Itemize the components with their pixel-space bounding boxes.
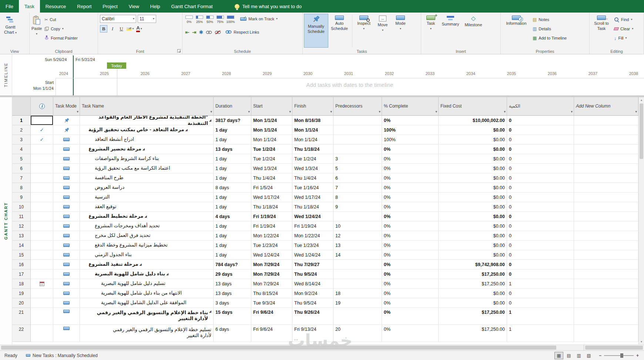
fixed-cost-cell[interactable]: $0.00 <box>439 241 507 250</box>
scroll-to-task-button[interactable]: → Scroll to Task <box>591 14 612 48</box>
fixed-cost-cell[interactable]: $17,250.00 <box>439 325 507 342</box>
predecessors-cell[interactable] <box>333 212 382 221</box>
tell-me-box[interactable]: Tell me what you want to do <box>229 0 307 13</box>
row-number-cell[interactable]: 12 <box>12 221 31 231</box>
column-header-start[interactable]: Start▾ <box>251 97 292 116</box>
view-switch-usage-button[interactable]: ▤ <box>564 352 573 359</box>
quantity-cell[interactable]: 0 <box>507 269 574 279</box>
start-date-cell[interactable]: Fri 9/6/24 <box>251 308 292 325</box>
task-name-cell[interactable]: بناء الجدول الزمني <box>80 250 214 260</box>
manually-schedule-button[interactable]: Manually Schedule <box>304 14 328 48</box>
underline-button[interactable]: U <box>118 25 125 33</box>
percent-complete-cell[interactable]: 100% <box>382 125 439 135</box>
info-indicator-cell[interactable] <box>31 279 53 289</box>
fixed-cost-cell[interactable]: $0.00 <box>439 164 507 173</box>
task-name-cell[interactable]: بناء خطة الإعلام والتسويق الرقمي والغير … <box>80 308 214 325</box>
task-name-cell[interactable]: تخطيط ميزانية المشروع وخطة الدفع <box>80 241 214 250</box>
percent-complete-button-50[interactable]: 50% <box>205 15 215 24</box>
start-date-cell[interactable]: Mon 7/29/24 <box>251 279 292 289</box>
add-new-column-cell[interactable] <box>574 269 638 279</box>
duration-cell[interactable]: 1 day <box>214 164 251 173</box>
add-new-column-cell[interactable] <box>574 279 638 289</box>
inspect-button[interactable]: Inspect ▾ <box>354 14 374 48</box>
task-mode-cell[interactable] <box>53 154 80 164</box>
split-task-icon[interactable]: ✱ <box>199 30 203 35</box>
outdent-task-icon[interactable]: ⇤ <box>185 30 189 35</box>
scroll-up-icon[interactable]: ▴ <box>639 97 644 103</box>
finish-date-cell[interactable]: Fri 1/19/24 <box>292 221 333 231</box>
percent-complete-button-100[interactable]: 100% <box>226 15 235 24</box>
start-date-cell[interactable]: Mon 1/22/24 <box>251 231 292 241</box>
menu-tab-project[interactable]: Project <box>97 0 123 13</box>
zoom-slider-thumb[interactable] <box>620 353 623 358</box>
quantity-cell[interactable]: 0 <box>507 221 574 231</box>
predecessors-cell[interactable]: 10 <box>333 221 382 231</box>
column-header-dur[interactable]: Duration▾ <box>214 97 251 116</box>
duration-cell[interactable]: 1 day <box>214 125 251 135</box>
predecessors-cell[interactable]: 12 <box>333 231 382 241</box>
filter-arrow-icon[interactable]: ▾ <box>77 110 78 113</box>
summary-collapse-icon[interactable]: ◢ <box>209 310 211 313</box>
percent-complete-cell[interactable]: 0% <box>382 116 439 125</box>
info-indicator-cell[interactable] <box>31 250 53 260</box>
task-name-cell[interactable]: الانتهاء من بناء دليل شامل للهوية البصري… <box>80 289 214 298</box>
info-indicator-cell[interactable] <box>31 308 53 325</box>
info-indicator-cell[interactable] <box>31 212 53 221</box>
fixed-cost-cell[interactable]: $17,250.00 <box>439 279 507 289</box>
column-header-add[interactable]: Add New Column▾ <box>574 97 638 116</box>
predecessors-cell[interactable] <box>333 135 382 145</box>
percent-complete-cell[interactable]: 0% <box>382 164 439 173</box>
predecessors-cell[interactable]: 5 <box>333 164 382 173</box>
fixed-cost-cell[interactable]: $0.00 <box>439 183 507 193</box>
row-number-cell[interactable]: 7 <box>12 173 31 183</box>
filter-arrow-icon[interactable]: ▾ <box>504 110 506 113</box>
add-to-timeline-button[interactable]: ▦Add to Timeline <box>531 34 568 42</box>
summary-collapse-icon[interactable]: ◢ <box>144 215 147 218</box>
find-button[interactable]: Find ▾ <box>612 16 635 24</box>
start-date-cell[interactable]: Mon 7/29/24 <box>251 260 292 269</box>
predecessors-cell[interactable]: 13 <box>333 241 382 250</box>
finish-date-cell[interactable]: Thu 9/5/24 <box>292 298 333 308</box>
start-date-cell[interactable]: Tue 9/3/24 <box>251 298 292 308</box>
add-new-column-cell[interactable] <box>574 164 638 173</box>
quantity-cell[interactable]: 0 <box>507 250 574 260</box>
task-mode-cell[interactable] <box>53 260 80 269</box>
row-number-cell[interactable]: 22 <box>12 325 31 342</box>
insert-milestone-button[interactable]: ◇ Milestone <box>462 14 485 48</box>
task-mode-cell[interactable] <box>53 289 80 298</box>
menu-tab-help[interactable]: Help <box>145 0 166 13</box>
fixed-cost-cell[interactable]: $0.00 <box>439 221 507 231</box>
task-name-cell[interactable]: طرح المنافسة <box>80 173 214 183</box>
start-date-cell[interactable]: Tue 1/2/24 <box>251 154 292 164</box>
info-indicator-cell[interactable] <box>31 173 53 183</box>
finish-date-cell[interactable]: Wed 8/14/24 <box>292 279 333 289</box>
task-mode-cell[interactable] <box>53 279 80 289</box>
menu-tab-view[interactable]: View <box>123 0 145 13</box>
fixed-cost-cell[interactable]: $0.00 <box>439 250 507 260</box>
quantity-cell[interactable]: 0 <box>507 164 574 173</box>
duration-cell[interactable]: 1 day <box>214 231 251 241</box>
percent-complete-cell[interactable]: 0% <box>382 183 439 193</box>
quantity-cell[interactable]: 0 <box>507 241 574 250</box>
quantity-cell[interactable]: 0 <box>507 289 574 298</box>
task-name-cell[interactable]: مرحلة تنفيذ المشروع◢ <box>80 260 214 269</box>
fill-button[interactable]: ↓Fill ▾ <box>612 34 635 42</box>
information-button[interactable]: i Information <box>502 14 531 48</box>
menu-tab-report[interactable]: Report <box>71 0 97 13</box>
column-header-pred[interactable]: Predecessors▾ <box>333 97 382 116</box>
finish-date-cell[interactable]: Thu 1/4/24 <box>292 173 333 183</box>
quantity-cell[interactable]: 0 <box>507 202 574 212</box>
row-number-cell[interactable]: 21 <box>12 308 31 325</box>
row-number-cell[interactable]: 16 <box>12 260 31 269</box>
table-hscroll-thumb[interactable] <box>1 346 556 350</box>
auto-schedule-button[interactable]: Auto Schedule <box>328 14 350 48</box>
table-hscroll-track[interactable] <box>0 345 584 350</box>
percent-complete-cell[interactable]: 0% <box>382 212 439 221</box>
insert-summary-button[interactable]: Summary <box>439 14 462 48</box>
italic-button[interactable]: I <box>109 25 116 33</box>
task-mode-cell[interactable] <box>53 212 80 221</box>
quantity-cell[interactable]: 0 <box>507 145 574 154</box>
task-mode-cell[interactable] <box>53 325 80 342</box>
percent-complete-cell[interactable]: 0% <box>382 154 439 164</box>
quantity-cell[interactable]: 0 <box>507 154 574 164</box>
